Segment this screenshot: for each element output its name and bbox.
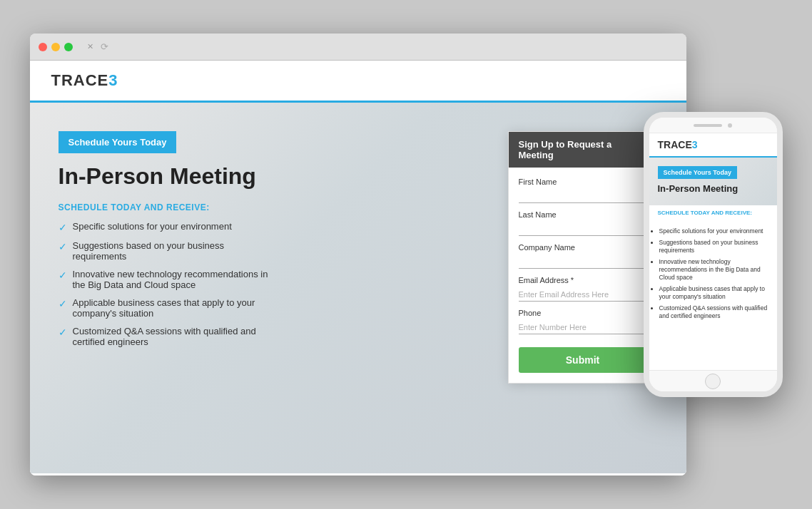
company-name-field: Company Name (519, 243, 647, 269)
last-name-label: Last Name (519, 210, 647, 219)
address-bar: ✕ ⟳ (81, 41, 108, 52)
mobile-header: TRACE3 (649, 133, 777, 158)
mobile-badge: Schedule Yours Today (658, 166, 738, 179)
traffic-light-yellow[interactable] (51, 43, 60, 51)
benefit-text-4: Applicable business cases that apply to … (73, 297, 273, 319)
tab-close-icon[interactable]: ✕ (87, 42, 93, 51)
form-body: First Name Last Name Company Name (509, 168, 657, 383)
benefit-text-2: Suggestions based on your business requi… (73, 240, 273, 262)
site-header: TRACE3 (30, 61, 686, 103)
email-label: Email Address * (519, 276, 647, 284)
company-name-label: Company Name (519, 243, 647, 252)
browser-and-phone: ✕ ⟳ TRACE3 Schedule Yours Today In-Perso (30, 34, 783, 475)
email-field: Email Address * (519, 276, 647, 302)
traffic-light-red[interactable] (39, 43, 47, 51)
camera-dot (728, 123, 732, 128)
last-name-input[interactable] (519, 222, 647, 236)
logo-number: 3 (108, 71, 118, 89)
refresh-icon[interactable]: ⟳ (101, 41, 108, 52)
hero-left: Schedule Yours Today In-Person Meeting S… (59, 124, 487, 452)
benefit-item-5: ✓ Customized Q&A sessions with qualified… (59, 326, 273, 347)
benefit-list: ✓ Specific solutions for your environmen… (59, 221, 487, 347)
browser-chrome: ✕ ⟳ (30, 34, 686, 61)
check-icon-1: ✓ (59, 222, 67, 233)
first-name-label: First Name (519, 178, 647, 186)
first-name-field: First Name (519, 178, 647, 203)
check-icon-5: ✓ (59, 327, 67, 338)
scene: ✕ ⟳ TRACE3 Schedule Yours Today In-Perso (0, 0, 812, 509)
mobile-benefit-item-4: Applicable business cases that apply to … (659, 285, 771, 301)
check-icon-2: ✓ (59, 241, 67, 252)
benefit-item-2: ✓ Suggestions based on your business req… (59, 240, 273, 262)
schedule-today-label: SCHEDULE TODAY AND RECEIVE: (59, 202, 487, 212)
form-panel: Sign Up to Request a Meeting First Name … (508, 131, 658, 384)
mobile-benefit-item-3: Innovative new technology recommendation… (659, 258, 771, 282)
company-name-input[interactable] (519, 255, 647, 269)
mobile-benefit-list: Specific solutions for your environment … (649, 223, 777, 328)
last-name-field: Last Name (519, 210, 647, 236)
speaker-grille (694, 124, 722, 127)
mobile-bottom-bar (649, 370, 777, 391)
phone-label: Phone (519, 309, 647, 317)
site-hero: Schedule Yours Today In-Person Meeting S… (30, 103, 686, 473)
browser-window: ✕ ⟳ TRACE3 Schedule Yours Today In-Perso (30, 34, 686, 475)
benefit-text-1: Specific solutions for your environment (73, 221, 232, 232)
mobile-top-bar (649, 118, 777, 133)
email-input[interactable] (519, 288, 647, 302)
mobile-mockup: TRACE3 Schedule Yours Today In-Person Me… (644, 112, 783, 397)
mobile-benefit-item-1: Specific solutions for your environment (659, 227, 771, 235)
mobile-logo-number: 3 (692, 139, 698, 150)
benefit-item-4: ✓ Applicable business cases that apply t… (59, 297, 273, 319)
hero-title: In-Person Meeting (59, 163, 487, 190)
schedule-badge: Schedule Yours Today (59, 131, 177, 153)
form-header: Sign Up to Request a Meeting (509, 132, 657, 168)
check-icon-4: ✓ (59, 298, 67, 309)
mobile-title: In-Person Meeting (658, 183, 768, 194)
site-logo: TRACE3 (51, 71, 665, 90)
mobile-logo: TRACE3 (658, 139, 768, 150)
mobile-schedule-label: SCHEDULE TODAY AND RECEIVE: (658, 210, 768, 216)
phone-input[interactable] (519, 321, 647, 334)
benefit-text-5: Customized Q&A sessions with qualified a… (73, 326, 273, 347)
traffic-lights (39, 43, 73, 51)
home-button[interactable] (705, 374, 721, 389)
phone-field: Phone (519, 309, 647, 334)
submit-button[interactable]: Submit (519, 347, 647, 373)
mobile-schedule-section: SCHEDULE TODAY AND RECEIVE: (649, 205, 777, 223)
logo-text: TRACE (51, 71, 109, 89)
mobile-benefit-item-2: Suggestions based on your business requi… (659, 239, 771, 254)
mobile-benefit-item-5: Customized Q&A sessions with qualified a… (659, 304, 771, 320)
benefit-item-1: ✓ Specific solutions for your environmen… (59, 221, 273, 233)
benefit-item-3: ✓ Innovative new technology recommendati… (59, 269, 273, 290)
first-name-input[interactable] (519, 190, 647, 203)
mobile-hero: Schedule Yours Today In-Person Meeting (649, 158, 777, 205)
website-content: TRACE3 Schedule Yours Today In-Person Me… (30, 61, 686, 475)
traffic-light-green[interactable] (64, 43, 73, 51)
check-icon-3: ✓ (59, 269, 67, 281)
mobile-content: TRACE3 Schedule Yours Today In-Person Me… (649, 133, 777, 370)
benefit-text-3: Innovative new technology recommendation… (73, 269, 273, 290)
mobile-logo-text: TRACE (658, 139, 692, 150)
